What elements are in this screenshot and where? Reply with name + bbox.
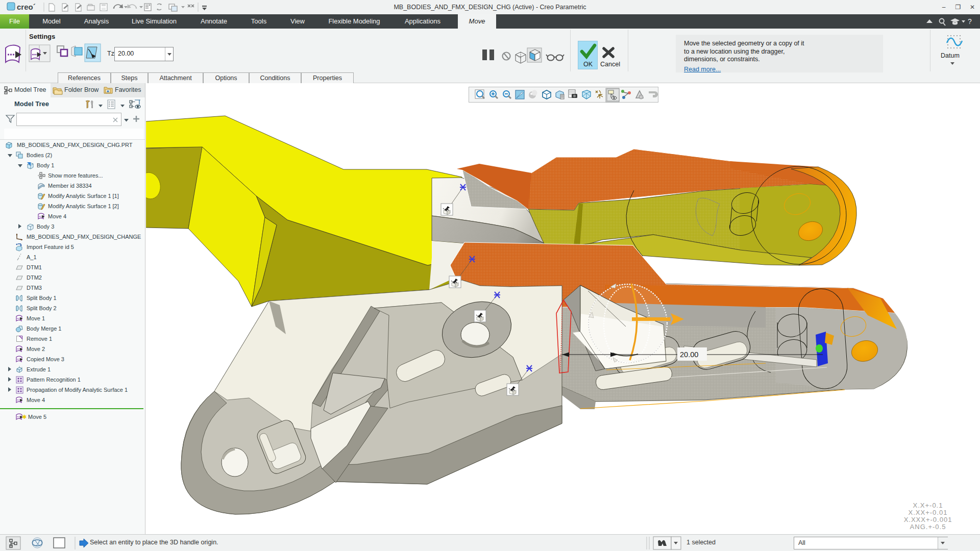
svg-text:ANG.+-0.5: ANG.+-0.5 [910,523,946,531]
svg-text:X.X+-0.1: X.X+-0.1 [913,502,943,509]
svg-text:X.XXX+-0.001: X.XXX+-0.001 [904,516,952,523]
svg-text:creo´: creo´ [17,3,36,11]
svg-text:?: ? [968,17,972,26]
svg-text:20.00: 20.00 [680,350,698,359]
svg-text:X.XX+-0.01: X.XX+-0.01 [909,509,948,516]
